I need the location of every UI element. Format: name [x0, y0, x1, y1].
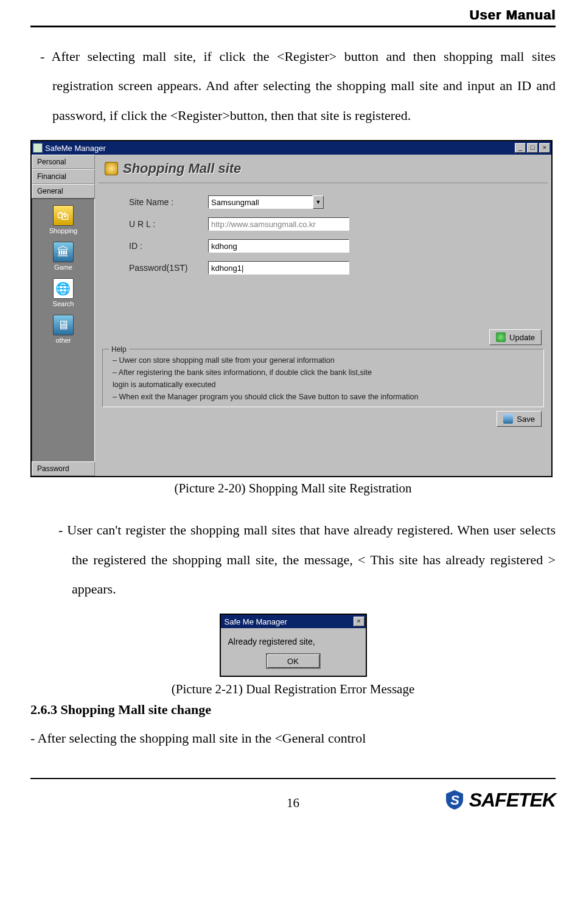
dialog-close-button[interactable]: ×	[354, 617, 365, 626]
sidebar-item-game[interactable]: 🏛 Game	[53, 242, 74, 271]
other-icon: 🖥	[53, 315, 74, 335]
header-rule	[30, 26, 556, 27]
id-label: ID :	[129, 241, 208, 251]
close-button[interactable]: ×	[539, 143, 550, 153]
dialog-message: Already registered site,	[221, 628, 366, 654]
safeme-manager-window: SafeMe Manager _ □ × Personal Financial …	[30, 140, 553, 477]
dialog-title: Safe Me Manager	[222, 617, 354, 626]
error-dialog: Safe Me Manager × Already registered sit…	[220, 614, 367, 677]
sidebar-item-other[interactable]: 🖥 other	[53, 315, 74, 344]
footer-rule	[30, 778, 556, 779]
sidebar-item-search[interactable]: 🌐 Search	[53, 278, 74, 307]
help-line: login is automatically executed	[113, 379, 534, 391]
chevron-down-icon[interactable]: ▼	[313, 195, 324, 209]
svg-text:S: S	[450, 793, 459, 808]
app-icon	[33, 143, 43, 153]
site-name-input[interactable]: Samsungmall	[208, 195, 313, 209]
paragraph-1: - After selecting mall site, if click th…	[30, 42, 556, 130]
registration-form: Site Name : Samsungmall ▼ U R L : http:/…	[99, 195, 548, 275]
header-title: User Manual	[30, 7, 556, 26]
sidebar: Personal Financial General 🛍 Shopping 🏛 …	[32, 155, 95, 476]
paragraph-3: - After selecting the shopping mall site…	[30, 724, 556, 753]
update-button[interactable]: Update	[489, 329, 542, 345]
shield-s-icon: S	[444, 789, 466, 811]
site-name-label: Site Name :	[129, 197, 208, 207]
caption-1: (Picture 2-20) Shopping Mall site Regist…	[30, 481, 556, 496]
sidebar-tab-financial[interactable]: Financial	[32, 169, 95, 184]
panel-title-icon	[105, 162, 118, 175]
help-line: – When exit the Manager program you shou…	[113, 391, 534, 403]
dialog-titlebar[interactable]: Safe Me Manager ×	[221, 615, 366, 628]
window-title: SafeMe Manager	[45, 144, 515, 153]
help-line: – After registering the bank sites infor…	[113, 366, 534, 379]
help-legend: Help	[109, 344, 129, 355]
sidebar-tab-password[interactable]: Password	[32, 461, 95, 476]
help-line: – Uwer con store shopping mall site from…	[113, 354, 534, 366]
sidebar-tab-general[interactable]: General	[32, 184, 95, 198]
url-label: U R L :	[129, 219, 208, 229]
panel-title-text: Shopping Mall site	[123, 161, 241, 177]
save-button-label: Save	[517, 415, 535, 424]
paragraph-2: - User can't register the shopping mall …	[30, 516, 556, 604]
save-icon	[503, 414, 513, 424]
sidebar-item-label: Search	[53, 300, 74, 307]
sidebar-item-label: Game	[54, 264, 72, 271]
site-name-combo[interactable]: Samsungmall ▼	[208, 195, 324, 209]
update-button-label: Update	[509, 333, 535, 342]
panel-title: Shopping Mall site	[99, 157, 548, 183]
maximize-button[interactable]: □	[527, 143, 538, 153]
minimize-button[interactable]: _	[515, 143, 526, 153]
url-input[interactable]: http://www.samsungmall.co.kr	[208, 217, 349, 231]
sidebar-item-label: other	[55, 337, 71, 344]
window-titlebar[interactable]: SafeMe Manager _ □ ×	[32, 141, 551, 155]
caption-2: (Picture 2-21) Dual Registration Error M…	[30, 682, 556, 697]
password-input[interactable]: kdhong1|	[208, 261, 349, 275]
help-box: Help – Uwer con store shopping mall site…	[102, 349, 544, 407]
ok-button[interactable]: OK	[267, 654, 320, 668]
game-icon: 🏛	[53, 242, 74, 262]
sidebar-item-shopping[interactable]: 🛍 Shopping	[49, 205, 78, 234]
sidebar-item-label: Shopping	[49, 227, 78, 234]
brand-text: SAFETEK	[469, 789, 556, 811]
brand-logo: S SAFETEK	[444, 789, 556, 811]
update-icon	[496, 332, 506, 342]
sidebar-tab-personal[interactable]: Personal	[32, 155, 95, 169]
content-panel: Shopping Mall site Site Name : Samsungma…	[95, 155, 551, 476]
password-label: Password(1ST)	[129, 263, 208, 273]
shopping-icon: 🛍	[53, 205, 74, 226]
id-input[interactable]: kdhong	[208, 239, 349, 253]
save-button[interactable]: Save	[497, 411, 542, 427]
search-icon: 🌐	[53, 278, 74, 299]
page-number: 16	[287, 796, 299, 811]
section-heading: 2.6.3 Shopping Mall site change	[30, 702, 556, 718]
